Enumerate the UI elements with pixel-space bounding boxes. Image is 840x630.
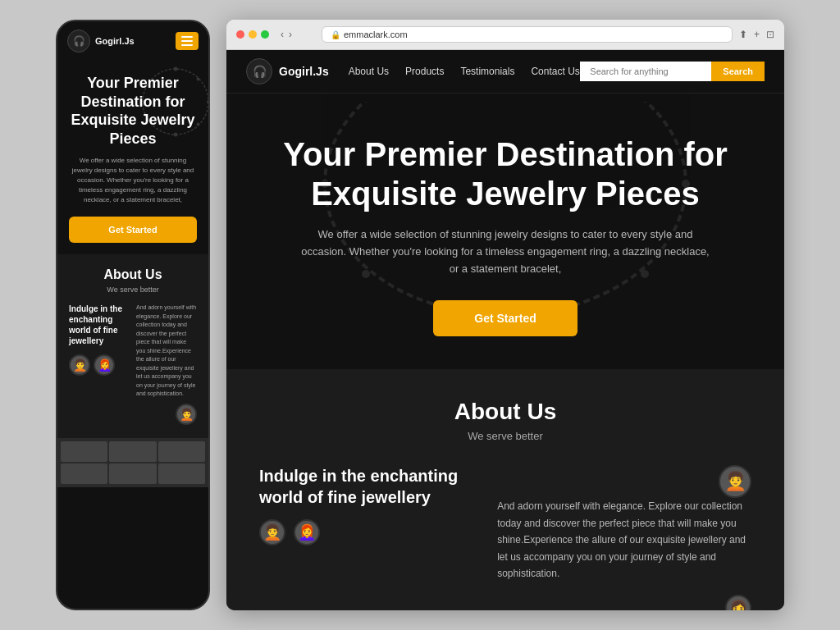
- mobile-jewelry-image: [57, 438, 208, 487]
- avatar-right-group: 🧑‍🦱: [497, 465, 751, 498]
- jewelry-cell-6: [158, 463, 205, 484]
- jewelry-box-visual: [57, 438, 208, 487]
- mobile-logo-text: Gogirl.Js: [95, 36, 135, 46]
- jewelry-cell-4: [61, 463, 107, 484]
- url-text: emmaclark.com: [344, 30, 408, 39]
- desktop-logo: 🎧 Gogirl.Js: [246, 58, 329, 84]
- nav-links: About Us Products Testimonials Contact U…: [349, 66, 581, 77]
- hamburger-button[interactable]: [176, 32, 199, 50]
- about-avatar-4: 👩: [725, 595, 751, 610]
- desktop-get-started-button[interactable]: Get Started: [433, 300, 577, 336]
- mobile-indulge-title: Indulge in the enchanting world of fine …: [69, 304, 130, 346]
- desktop-hero-subtitle: We offer a wide selection of stunning je…: [300, 226, 710, 277]
- mobile-about-right: And adorn yourself with elegance. Explor…: [136, 304, 197, 425]
- mobile-about-section: About Us We serve better Indulge in the …: [57, 254, 208, 438]
- about-left-column: Indulge in the enchanting world of fine …: [259, 465, 471, 546]
- mobile-hero-section: Your Premier Destination for Exquisite J…: [57, 61, 208, 254]
- browser-forward-button[interactable]: ›: [289, 29, 292, 40]
- mobile-about-text: Indulge in the enchanting world of fine …: [69, 304, 130, 425]
- about-title: About Us: [259, 399, 751, 425]
- search-button[interactable]: Search: [711, 62, 765, 81]
- mobile-logo-icon: 🎧: [67, 30, 90, 52]
- desktop-logo-icon: 🎧: [246, 58, 272, 84]
- desktop-hero-section: Your Premier Destination for Exquisite J…: [226, 94, 784, 369]
- nav-link-about[interactable]: About Us: [349, 66, 389, 77]
- about-content: Indulge in the enchanting world of fine …: [259, 465, 751, 610]
- about-subtitle-text: We serve better: [259, 430, 751, 442]
- mobile-about-title: About Us: [69, 267, 197, 282]
- desktop-logo-text: Gogirl.Js: [279, 65, 329, 78]
- nav-link-contact[interactable]: Contact Us: [531, 66, 579, 77]
- avatar-bottom-group: 👩: [497, 595, 751, 610]
- hamburger-line-3: [181, 44, 193, 46]
- mobile-hero-subtitle: We offer a wide selection of stunning je…: [69, 156, 197, 205]
- jewelry-cell-3: [158, 441, 205, 462]
- about-avatars-group: 🧑‍🦱 👩‍🦰: [259, 519, 471, 546]
- traffic-light-green[interactable]: [261, 30, 269, 39]
- about-header: About Us We serve better: [259, 399, 751, 442]
- desktop-site: 🎧 Gogirl.Js About Us Products Testimonia…: [226, 50, 784, 610]
- about-description: And adorn yourself with elegance. Explor…: [497, 498, 751, 582]
- nav-link-testimonials[interactable]: Testimonials: [460, 66, 514, 77]
- mobile-get-started-button[interactable]: Get Started: [69, 217, 197, 243]
- hamburger-icon: [181, 36, 193, 46]
- mobile-about-content: Indulge in the enchanting world of fine …: [69, 304, 197, 425]
- traffic-light-yellow[interactable]: [249, 30, 257, 39]
- browser-controls: ‹ ›: [281, 29, 292, 40]
- traffic-lights: [236, 30, 269, 39]
- mobile-nav: 🎧 Gogirl.Js: [57, 21, 208, 61]
- desktop-mockup: ‹ › 🔒 emmaclark.com ⬆ + ⊡ 🎧 Gogirl.Js Ab…: [226, 20, 784, 610]
- mobile-hero-title: Your Premier Destination for Exquisite J…: [69, 74, 197, 148]
- jewelry-cell-2: [109, 441, 156, 462]
- desktop-about-section: About Us We serve better Indulge in the …: [226, 369, 784, 610]
- jewelry-cell-5: [109, 463, 156, 484]
- mobile-about-subtitle: We serve better: [69, 285, 197, 294]
- share-icon[interactable]: ⬆: [739, 29, 747, 40]
- hero-title-line1: Your Premier Destination for: [283, 136, 728, 172]
- avatar-1: 🧑‍🦱: [69, 354, 90, 376]
- mobile-avatar-group: 🧑‍🦱 👩‍🦰: [69, 354, 130, 376]
- mobile-mockup: 🎧 Gogirl.Js Your Premier Destination for…: [56, 20, 210, 610]
- about-right-column: 🧑‍🦱 And adorn yourself with elegance. Ex…: [497, 465, 751, 610]
- avatar-3: 🧑‍🦱: [176, 404, 197, 425]
- search-input[interactable]: [580, 62, 711, 81]
- traffic-light-red[interactable]: [236, 30, 244, 39]
- nav-link-products[interactable]: Products: [405, 66, 444, 77]
- hamburger-line-1: [181, 36, 193, 38]
- svg-point-2: [197, 78, 200, 81]
- indulge-title: Indulge in the enchanting world of fine …: [259, 465, 471, 508]
- desktop-nav: 🎧 Gogirl.Js About Us Products Testimonia…: [226, 50, 784, 94]
- browser-chrome: ‹ › 🔒 emmaclark.com ⬆ + ⊡: [226, 20, 784, 50]
- avatar-2: 👩‍🦰: [94, 354, 115, 376]
- lock-icon: 🔒: [331, 30, 340, 39]
- svg-point-3: [207, 100, 208, 103]
- jewelry-cell-1: [61, 441, 107, 462]
- browser-back-button[interactable]: ‹: [281, 29, 284, 40]
- more-icon[interactable]: ⊡: [766, 29, 774, 40]
- about-avatar-3: 🧑‍🦱: [719, 465, 751, 498]
- browser-actions: ⬆ + ⊡: [739, 29, 774, 40]
- mobile-about-desc: And adorn yourself with elegance. Explor…: [136, 304, 197, 399]
- svg-point-4: [197, 123, 200, 126]
- address-bar[interactable]: 🔒 emmaclark.com: [322, 26, 733, 43]
- hamburger-line-2: [181, 40, 193, 42]
- desktop-hero-title: Your Premier Destination for Exquisite J…: [259, 135, 751, 213]
- add-tab-icon[interactable]: +: [754, 29, 760, 40]
- mobile-logo: 🎧 Gogirl.Js: [67, 30, 135, 52]
- about-avatar-1: 🧑‍🦱: [259, 519, 285, 546]
- svg-point-1: [174, 67, 178, 71]
- about-avatar-2: 👩‍🦰: [294, 519, 320, 546]
- hero-title-line2: Exquisite Jewelry Pieces: [311, 176, 700, 212]
- nav-search: Search: [580, 62, 765, 81]
